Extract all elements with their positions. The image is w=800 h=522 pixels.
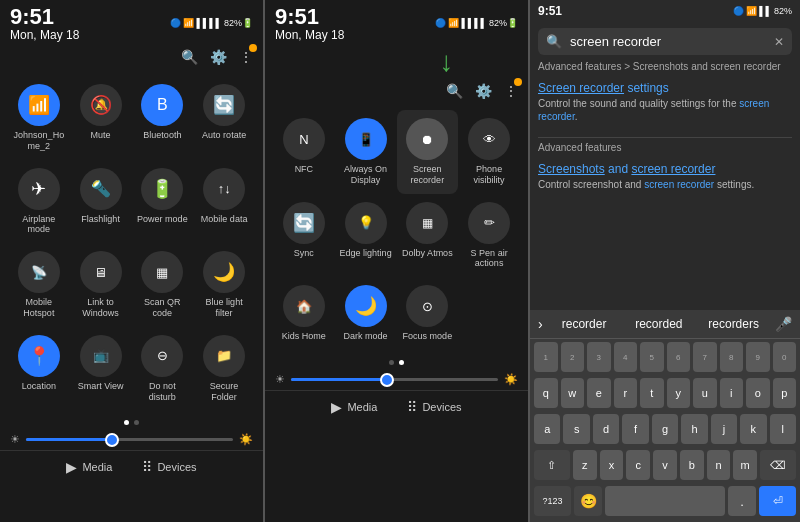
- suggestion-1[interactable]: recorder: [551, 315, 618, 333]
- tile-alwayson[interactable]: 📱 Always On Display: [335, 110, 397, 194]
- tile-dnd[interactable]: ⊖ Do not disturb: [132, 327, 194, 411]
- tile-nfc[interactable]: N NFC: [273, 110, 335, 194]
- key-7[interactable]: 7: [693, 342, 717, 372]
- result-item-1[interactable]: Screen recorder settings Control the sou…: [538, 75, 792, 129]
- tile-location[interactable]: 📍 Location: [8, 327, 70, 411]
- key-l[interactable]: l: [770, 414, 796, 444]
- tile-mobiledata-label: Mobile data: [201, 214, 248, 225]
- media-button-2[interactable]: ▶ Media: [331, 399, 377, 415]
- key-m[interactable]: m: [733, 450, 757, 480]
- key-4[interactable]: 4: [614, 342, 638, 372]
- brightness-slider-2[interactable]: ☀ ☀️: [265, 369, 528, 390]
- suggestion-2[interactable]: recorded: [625, 315, 692, 333]
- signal-icon-2: ▌▌▌▌: [461, 18, 487, 28]
- settings-icon-1[interactable]: ⚙️: [210, 49, 227, 65]
- slider-thumb-1[interactable]: [105, 433, 119, 447]
- key-1[interactable]: 1: [534, 342, 558, 372]
- result-item-2[interactable]: Screenshots and screen recorder Control …: [538, 156, 792, 197]
- key-t[interactable]: t: [640, 378, 664, 408]
- key-r[interactable]: r: [614, 378, 638, 408]
- key-f[interactable]: f: [622, 414, 648, 444]
- tile-power[interactable]: 🔋 Power mode: [132, 160, 194, 244]
- tile-scanqr[interactable]: ▦ Scan QR code: [132, 243, 194, 327]
- tile-focusmode[interactable]: ⊙ Focus mode: [397, 277, 459, 350]
- key-x[interactable]: x: [600, 450, 624, 480]
- key-k[interactable]: k: [740, 414, 766, 444]
- key-s[interactable]: s: [563, 414, 589, 444]
- key-symbols[interactable]: ?123: [534, 486, 571, 516]
- slider-thumb-2[interactable]: [380, 373, 394, 387]
- tile-edgelighting[interactable]: 💡 Edge lighting: [335, 194, 397, 278]
- key-o[interactable]: o: [746, 378, 770, 408]
- key-6[interactable]: 6: [667, 342, 691, 372]
- mic-icon[interactable]: 🎤: [775, 316, 792, 332]
- devices-button-2[interactable]: ⠿ Devices: [407, 399, 461, 415]
- tile-dolby[interactable]: ▦ Dolby Atmos: [397, 194, 459, 278]
- key-period[interactable]: .: [728, 486, 756, 516]
- tile-bluelight-icon: 🌙: [203, 251, 245, 293]
- tile-airplane-icon: ✈: [18, 168, 60, 210]
- key-v[interactable]: v: [653, 450, 677, 480]
- brightness-slider-1[interactable]: ☀ ☀️: [0, 429, 263, 450]
- key-i[interactable]: i: [720, 378, 744, 408]
- close-icon[interactable]: ✕: [774, 35, 784, 49]
- key-q[interactable]: q: [534, 378, 558, 408]
- search-bar[interactable]: 🔍 ✕: [538, 28, 792, 55]
- more-menu-1[interactable]: ⋮: [239, 48, 253, 66]
- key-space[interactable]: [605, 486, 725, 516]
- tile-phonevis[interactable]: 👁 Phone visibility: [458, 110, 520, 194]
- devices-button-1[interactable]: ⠿ Devices: [142, 459, 196, 475]
- key-n[interactable]: n: [707, 450, 731, 480]
- slider-track-1[interactable]: [26, 438, 233, 441]
- key-9[interactable]: 9: [746, 342, 770, 372]
- tile-flashlight[interactable]: 🔦 Flashlight: [70, 160, 132, 244]
- key-b[interactable]: b: [680, 450, 704, 480]
- key-8[interactable]: 8: [720, 342, 744, 372]
- key-g[interactable]: g: [652, 414, 678, 444]
- media-button-1[interactable]: ▶ Media: [66, 459, 112, 475]
- key-w[interactable]: w: [561, 378, 585, 408]
- key-d[interactable]: d: [593, 414, 619, 444]
- chevron-right-btn[interactable]: ›: [538, 316, 543, 332]
- tile-wifi[interactable]: 📶 Johnson_Home_2: [8, 76, 70, 160]
- key-p[interactable]: p: [773, 378, 797, 408]
- search-icon-1[interactable]: 🔍: [181, 49, 198, 65]
- tile-spenair[interactable]: ✏ S Pen air actions: [458, 194, 520, 278]
- tile-kidshome[interactable]: 🏠 Kids Home: [273, 277, 335, 350]
- tile-autorotate[interactable]: 🔄 Auto rotate: [193, 76, 255, 160]
- key-2[interactable]: 2: [561, 342, 585, 372]
- tile-secure[interactable]: 📁 Secure Folder: [193, 327, 255, 411]
- tile-mute[interactable]: 🔕 Mute: [70, 76, 132, 160]
- slider-track-2[interactable]: [291, 378, 498, 381]
- key-h[interactable]: h: [681, 414, 707, 444]
- tile-mobiledata[interactable]: ↑↓ Mobile data: [193, 160, 255, 244]
- tile-smartview[interactable]: 📺 Smart View: [70, 327, 132, 411]
- key-0[interactable]: 0: [773, 342, 797, 372]
- more-menu-2[interactable]: ⋮: [504, 82, 518, 100]
- key-y[interactable]: y: [667, 378, 691, 408]
- key-c[interactable]: c: [626, 450, 650, 480]
- key-u[interactable]: u: [693, 378, 717, 408]
- tile-darkmode[interactable]: 🌙 Dark mode: [335, 277, 397, 350]
- tile-hotspot[interactable]: 📡 Mobile Hotspot: [8, 243, 70, 327]
- search-icon-2[interactable]: 🔍: [446, 83, 463, 99]
- key-shift[interactable]: ⇧: [534, 450, 570, 480]
- key-backspace[interactable]: ⌫: [760, 450, 796, 480]
- key-z[interactable]: z: [573, 450, 597, 480]
- tile-airplane[interactable]: ✈ Airplane mode: [8, 160, 70, 244]
- key-a[interactable]: a: [534, 414, 560, 444]
- suggestion-3[interactable]: recorders: [700, 315, 767, 333]
- key-e[interactable]: e: [587, 378, 611, 408]
- tile-bluelight[interactable]: 🌙 Blue light filter: [193, 243, 255, 327]
- tile-screenrecorder[interactable]: ⏺ Screen recorder: [397, 110, 459, 194]
- key-5[interactable]: 5: [640, 342, 664, 372]
- key-j[interactable]: j: [711, 414, 737, 444]
- tile-bluetooth[interactable]: B Bluetooth: [132, 76, 194, 160]
- tile-sync[interactable]: 🔄 Sync: [273, 194, 335, 278]
- key-enter[interactable]: ⏎: [759, 486, 796, 516]
- settings-icon-2[interactable]: ⚙️: [475, 83, 492, 99]
- key-emoji[interactable]: 😊: [574, 486, 602, 516]
- key-3[interactable]: 3: [587, 342, 611, 372]
- search-input[interactable]: [570, 34, 766, 49]
- tile-link[interactable]: 🖥 Link to Windows: [70, 243, 132, 327]
